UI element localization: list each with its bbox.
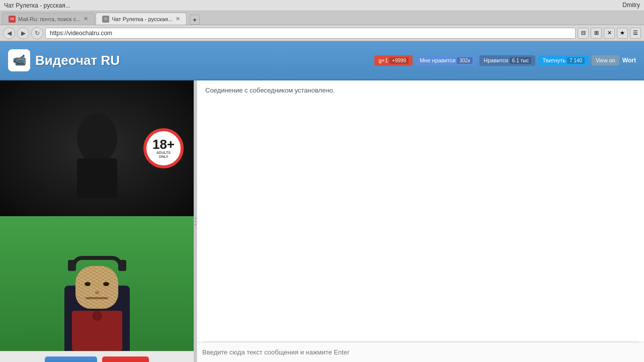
freddy-torso: [72, 311, 122, 351]
address-bar-row: ◀ ▶ ↻ ⊟ ⊞ ✕ ★ ☰: [0, 25, 644, 41]
logo-icon: 📹: [8, 49, 30, 71]
tab-chat-label: Чат Рулетка - русская...: [112, 16, 173, 22]
neck: [92, 311, 102, 321]
tab-bar: M Mail.Ru: почта, поиск с... ✕ C Чат Рул…: [0, 11, 644, 25]
chat-input-area: [197, 342, 644, 362]
browser-actions: ⊟ ⊞ ✕ ★ ☰: [578, 28, 641, 39]
tab-chat-favicon: C: [102, 16, 109, 23]
divider-dot-2: [195, 221, 196, 222]
headphone-right-ear: [118, 260, 126, 271]
next-button[interactable]: далее: [45, 356, 97, 362]
browser-action-settings[interactable]: ☰: [630, 28, 641, 39]
chat-input[interactable]: [202, 346, 639, 358]
twitter-button[interactable]: Твитнуть 7 140: [538, 55, 589, 66]
like-count: 302к: [457, 57, 472, 64]
headphone-left-ear: [68, 260, 76, 271]
browser-action-3[interactable]: ✕: [604, 28, 615, 39]
svg-point-0: [77, 113, 117, 163]
refresh-button[interactable]: ↻: [31, 27, 43, 39]
google-plus-label: g+1: [378, 57, 388, 63]
headphone-arc: [72, 256, 122, 266]
browser-action-1[interactable]: ⊟: [578, 28, 589, 39]
google-plus-count: +9999: [389, 57, 409, 64]
vk-label: Нравится: [484, 57, 508, 63]
headphones: [72, 256, 122, 271]
freddy-figure: [72, 256, 122, 351]
tab-mail-label: Mail.Ru: почта, поиск с...: [18, 16, 80, 22]
left-panel: 18+ ADULTSONLY: [0, 80, 194, 362]
nose: [95, 291, 99, 294]
right-eye: [103, 282, 109, 286]
divider-dot-1: [195, 218, 196, 219]
browser-title-bar: Чат Рулетка - русская... Dmitry: [0, 0, 644, 11]
badge-18-sub: ADULTSONLY: [156, 151, 171, 158]
tab-mail[interactable]: M Mail.Ru: почта, поиск с... ✕: [2, 13, 95, 25]
view-label: View on: [596, 57, 615, 63]
freddy-head: [75, 266, 118, 309]
svg-rect-1: [77, 158, 117, 199]
action-buttons: далее стоп: [45, 356, 149, 362]
mouth: [86, 297, 108, 299]
browser-action-2[interactable]: ⊞: [591, 28, 602, 39]
site-logo: 📹 Видеочат RU: [8, 49, 120, 71]
local-video-bg: [0, 216, 194, 351]
user-name: Dmitry: [622, 2, 640, 9]
remote-video-silhouette: [52, 98, 142, 199]
panel-divider[interactable]: [194, 80, 197, 362]
badge-18-text: 18+: [152, 138, 175, 151]
vk-button[interactable]: Нравится 6.1 тыс: [479, 55, 535, 66]
site-header: 📹 Видеочат RU g+1 +9999 Мне нравится 302…: [0, 41, 644, 80]
wort-label: Wort: [622, 57, 636, 64]
twitter-label: Твитнуть: [542, 57, 566, 63]
main-layout: 18+ ADULTSONLY: [0, 80, 644, 362]
divider-dots: [195, 218, 196, 225]
twitter-count: 7 140: [567, 57, 585, 64]
status-message: Соединение с собеседником установлено.: [205, 86, 636, 94]
age-restriction-badge: 18+ ADULTSONLY: [143, 128, 184, 168]
remote-video: 18+ ADULTSONLY: [0, 80, 194, 216]
tab-chat[interactable]: C Чат Рулетка - русская... ✕: [96, 13, 187, 25]
stop-button[interactable]: стоп: [102, 356, 149, 362]
view-button[interactable]: View on: [592, 55, 619, 65]
address-input[interactable]: [45, 28, 576, 39]
left-eye: [85, 282, 91, 286]
google-plus-button[interactable]: g+1 +9999: [374, 55, 413, 66]
like-button[interactable]: Мне нравится 302к: [416, 55, 476, 66]
tab-mail-favicon: M: [9, 16, 16, 23]
header-social: g+1 +9999 Мне нравится 302к Нравится 6.1…: [374, 55, 636, 66]
face-texture-2: [75, 266, 118, 309]
badge-18-outer: 18+ ADULTSONLY: [143, 128, 184, 168]
forward-button[interactable]: ▶: [17, 27, 29, 39]
buttons-area: далее стоп сообщить о нарушении: [0, 351, 194, 362]
logo-camera-icon: 📹: [13, 54, 26, 67]
divider-dot-3: [195, 224, 196, 225]
like-label: Мне нравится: [420, 57, 455, 63]
site-title: Видеочат RU: [35, 53, 120, 68]
local-video: [0, 216, 194, 351]
back-button[interactable]: ◀: [3, 27, 15, 39]
new-tab-button[interactable]: +: [190, 15, 200, 25]
right-panel: Соединение с собеседником установлено.: [197, 80, 644, 362]
chat-messages: Соединение с собеседником установлено.: [197, 80, 644, 341]
tab-chat-close[interactable]: ✕: [176, 16, 180, 22]
tab-mail-close[interactable]: ✕: [84, 16, 88, 22]
vk-count: 6.1 тыс: [510, 57, 531, 64]
browser-title-text: Чат Рулетка - русская...: [4, 2, 70, 9]
browser-action-star[interactable]: ★: [617, 28, 628, 39]
